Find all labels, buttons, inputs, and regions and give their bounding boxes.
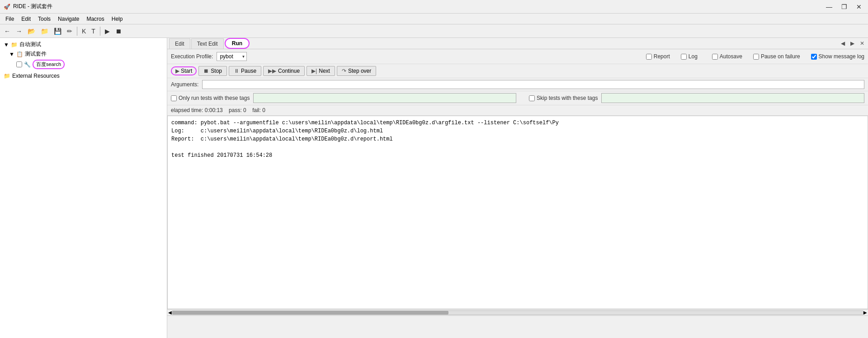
scroll-left-button[interactable]: ◀ xyxy=(168,310,172,315)
menu-help[interactable]: Help xyxy=(108,15,127,23)
checkbox-pause-on-failure: Pause on failure xyxy=(753,53,800,60)
output-line2: Log: c:\users\meilin\appdata\local\temp\… xyxy=(171,128,383,134)
execution-profile-label: Execution Profile: xyxy=(171,53,213,60)
scrollbar-thumb[interactable] xyxy=(172,311,448,315)
execution-profile-select-wrapper: pybot jybot custom xyxy=(217,52,247,61)
only-run-tags-checkbox[interactable] xyxy=(171,95,177,101)
pause-button[interactable]: ⏸ Pause xyxy=(229,66,261,76)
tab-next-button[interactable]: ▶ xyxy=(849,39,856,47)
menu-file[interactable]: File xyxy=(2,15,18,23)
pause-on-failure-label: Pause on failure xyxy=(761,53,800,60)
menu-tools[interactable]: Tools xyxy=(34,15,54,23)
folder-icon: 📁 xyxy=(11,42,18,48)
tree-item-external-resources[interactable]: 📁 External Resources xyxy=(2,72,165,80)
checkbox-autosave: Autosave xyxy=(712,53,742,60)
start-button[interactable]: ▶ Start xyxy=(171,66,197,75)
log-label: Log xyxy=(689,53,698,60)
toolbar-stop[interactable]: ⏹ xyxy=(113,26,124,36)
left-panel: ▼ 📁 自动测试 ▼ 📋 测试套件 🔧 百度search 📁 External … xyxy=(0,38,167,338)
next-button[interactable]: ▶| Next xyxy=(307,66,335,76)
continue-button[interactable]: ▶▶ Continue xyxy=(263,66,305,76)
menu-macros[interactable]: Macros xyxy=(83,15,108,23)
tree-expand-icon: ▼ xyxy=(4,42,9,48)
continue-icon: ▶▶ xyxy=(268,68,276,74)
only-run-tags-text: Only run tests with these tags xyxy=(179,95,250,101)
toolbar-separator-2 xyxy=(100,27,100,36)
output-line3: Report: c:\users\meilin\appdata\local\te… xyxy=(171,136,393,142)
tree-label-auto-test: 自动测试 xyxy=(19,41,41,48)
scrollbar-track[interactable] xyxy=(172,310,863,315)
skip-tags-label: Skip tests with these tags xyxy=(529,95,598,101)
tree-label-test-suite: 测试套件 xyxy=(25,50,47,58)
checkbox-show-message-log: Show message log xyxy=(811,53,864,60)
menu-edit[interactable]: Edit xyxy=(18,15,34,23)
output-area[interactable]: command: pybot.bat --argumentfile c:\use… xyxy=(167,116,868,309)
menu-bar: File Edit Tools Navigate Macros Help xyxy=(0,14,868,24)
autosave-label: Autosave xyxy=(720,53,742,60)
arguments-row: Arguments: xyxy=(167,78,868,91)
test-icon: 🔧 xyxy=(24,61,31,68)
tab-text-edit[interactable]: Text Edit xyxy=(191,38,224,49)
toolbar-open[interactable]: 📂 xyxy=(25,26,38,36)
autosave-checkbox[interactable] xyxy=(712,54,718,60)
run-panel: Execution Profile: pybot jybot custom Re… xyxy=(167,49,868,338)
tab-prev-button[interactable]: ◀ xyxy=(839,39,847,47)
external-folder-icon: 📁 xyxy=(4,73,10,79)
execution-profile-row: Execution Profile: pybot jybot custom Re… xyxy=(167,49,868,64)
start-icon: ▶ xyxy=(175,68,179,74)
only-run-tags-label: Only run tests with these tags xyxy=(171,95,250,101)
checkbox-report: Report xyxy=(646,53,670,60)
report-checkbox[interactable] xyxy=(646,54,652,60)
tab-close-button[interactable]: ✕ xyxy=(858,39,866,47)
only-run-tags-input[interactable] xyxy=(253,93,516,103)
toolbar-forward[interactable]: → xyxy=(14,26,24,36)
tab-edit[interactable]: Edit xyxy=(169,38,190,49)
skip-tags-input[interactable] xyxy=(601,93,864,103)
stop-button[interactable]: ⏹ Stop xyxy=(198,66,227,76)
log-checkbox[interactable] xyxy=(681,54,687,60)
tree-label-external-resources: External Resources xyxy=(12,73,60,79)
output-text: command: pybot.bat --argumentfile c:\use… xyxy=(168,116,868,162)
main-layout: ▼ 📁 自动测试 ▼ 📋 测试套件 🔧 百度search 📁 External … xyxy=(0,38,868,338)
test-label-baidu-search: 百度search xyxy=(33,60,65,69)
toolbar-t[interactable]: T xyxy=(89,26,98,36)
toolbar-save[interactable]: 💾 xyxy=(52,26,64,36)
scroll-right-button[interactable]: ▶ xyxy=(863,310,867,315)
title-bar: 🚀 RIDE - 测试套件 — ❐ ✕ xyxy=(0,0,868,14)
execution-profile-select[interactable]: pybot jybot custom xyxy=(217,52,247,61)
pass-count: pass: 0 xyxy=(229,107,246,113)
pause-on-failure-checkbox[interactable] xyxy=(753,54,759,60)
skip-tags-checkbox[interactable] xyxy=(529,95,535,101)
tree-item-baidu-search[interactable]: 🔧 百度search xyxy=(2,59,165,70)
toolbar-folder[interactable]: 📁 xyxy=(38,26,51,36)
step-over-button[interactable]: ↷ Step over xyxy=(337,66,376,76)
right-panel: Edit Text Edit Run ◀ ▶ ✕ Execution Profi… xyxy=(167,38,868,338)
show-message-log-checkbox[interactable] xyxy=(811,54,817,60)
fail-count: fail: 0 xyxy=(252,107,265,113)
next-icon: ▶| xyxy=(311,68,317,74)
arguments-label: Arguments: xyxy=(171,81,198,88)
tree-expand-icon-suite: ▼ xyxy=(9,51,14,57)
scrollbar-row: ◀ ▶ xyxy=(167,309,868,315)
toolbar-separator xyxy=(77,27,77,36)
toolbar-edit[interactable]: ✏ xyxy=(65,26,75,36)
elapsed-time: elapsed time: 0:00:13 xyxy=(171,107,223,113)
tab-run[interactable]: Run xyxy=(225,38,250,49)
toolbar-run[interactable]: ▶ xyxy=(103,26,112,36)
test-checkbox[interactable] xyxy=(16,61,22,67)
close-button[interactable]: ✕ xyxy=(854,2,864,11)
report-label: Report xyxy=(654,53,670,60)
arguments-input[interactable] xyxy=(202,80,864,89)
toolbar-k[interactable]: K xyxy=(80,26,88,36)
output-line1: command: pybot.bat --argumentfile c:\use… xyxy=(171,120,559,126)
minimize-button[interactable]: — xyxy=(823,2,835,11)
tree-item-test-suite[interactable]: ▼ 📋 测试套件 xyxy=(2,49,165,59)
output-line5: test finished 20170731 16:54:28 xyxy=(171,152,272,159)
tabs-left: Edit Text Edit Run xyxy=(169,38,250,49)
restore-button[interactable]: ❐ xyxy=(839,2,850,11)
menu-navigate[interactable]: Navigate xyxy=(54,15,83,23)
continue-label: Continue xyxy=(278,68,300,74)
tab-bar: Edit Text Edit Run ◀ ▶ ✕ xyxy=(167,38,868,49)
toolbar-back[interactable]: ← xyxy=(2,26,13,36)
tree-item-auto-test[interactable]: ▼ 📁 自动测试 xyxy=(2,40,165,49)
